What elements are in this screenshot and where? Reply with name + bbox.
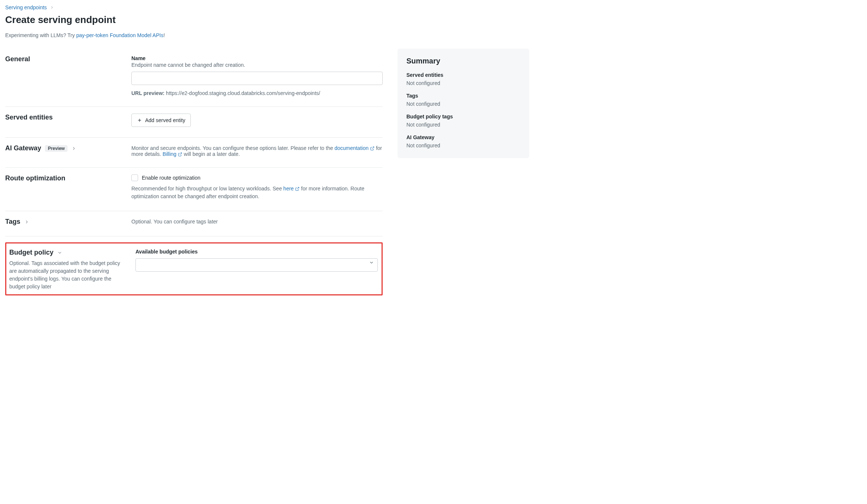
- external-link-icon: [295, 187, 300, 191]
- route-pre: Recommended for high throughput or low l…: [131, 186, 283, 192]
- budget-sub: Optional. Tags associated with the budge…: [9, 259, 127, 291]
- billing-link[interactable]: Billing: [163, 151, 182, 157]
- summary-item-value: Not configured: [406, 122, 520, 128]
- page-title: Create serving endpoint: [5, 14, 529, 26]
- svg-line-3: [180, 153, 182, 155]
- endpoint-name-input[interactable]: [131, 72, 383, 85]
- enable-route-checkbox[interactable]: [131, 174, 138, 181]
- aig-pre: Monitor and secure endpoints. You can co…: [131, 145, 334, 151]
- chevron-right-icon: [24, 219, 29, 225]
- summary-item-title: Tags: [406, 93, 520, 99]
- name-hint: Endpoint name cannot be changed after cr…: [131, 62, 383, 68]
- summary-item: Tags Not configured: [406, 93, 520, 107]
- preview-badge: Preview: [45, 145, 68, 152]
- summary-item-value: Not configured: [406, 80, 520, 86]
- section-general: General Name Endpoint name cannot be cha…: [5, 49, 383, 107]
- ai-gateway-heading[interactable]: AI Gateway Preview: [5, 144, 122, 152]
- section-route-optimization: Route optimization Enable route optimiza…: [5, 168, 383, 211]
- budget-field-label: Available budget policies: [135, 249, 378, 255]
- tags-heading-text: Tags: [5, 218, 20, 226]
- route-heading: Route optimization: [5, 174, 122, 182]
- budget-heading-text: Budget policy: [9, 249, 53, 256]
- llm-hint: Experimenting with LLMs? Try pay-per-tok…: [5, 32, 529, 38]
- svg-line-4: [297, 187, 299, 190]
- summary-panel: Summary Served entities Not configured T…: [397, 49, 529, 158]
- aig-post: will begin at a later date.: [184, 151, 240, 157]
- summary-item-value: Not configured: [406, 143, 520, 148]
- llm-hint-prefix: Experimenting with LLMs? Try: [5, 32, 76, 38]
- url-preview-row: URL preview: https://e2-dogfood.staging.…: [131, 90, 383, 96]
- plus-icon: [137, 118, 142, 123]
- add-served-entity-label: Add served entity: [145, 117, 185, 123]
- summary-item-title: AI Gateway: [406, 134, 520, 140]
- general-heading: General: [5, 55, 122, 63]
- tags-heading[interactable]: Tags: [5, 218, 122, 226]
- served-entities-heading: Served entities: [5, 114, 122, 121]
- ai-gateway-desc: Monitor and secure endpoints. You can co…: [131, 145, 383, 157]
- chevron-right-icon: [50, 5, 54, 10]
- tags-desc: Optional. You can configure tags later: [131, 219, 383, 225]
- breadcrumb-parent[interactable]: Serving endpoints: [5, 4, 47, 10]
- breadcrumb: Serving endpoints: [5, 4, 529, 10]
- external-link-icon: [178, 152, 182, 157]
- svg-line-2: [372, 147, 374, 149]
- url-preview-value: https://e2-dogfood.staging.cloud.databri…: [166, 90, 320, 96]
- summary-item-title: Served entities: [406, 72, 520, 78]
- chevron-right-icon: [71, 146, 76, 151]
- external-link-icon: [370, 146, 374, 151]
- budget-policy-select[interactable]: [135, 258, 378, 272]
- name-label: Name: [131, 55, 383, 61]
- ai-gateway-heading-text: AI Gateway: [5, 144, 41, 152]
- budget-policy-highlight: Budget policy Optional. Tags associated …: [5, 242, 383, 295]
- url-preview-label: URL preview:: [131, 90, 164, 96]
- section-budget-policy: Budget policy Optional. Tags associated …: [9, 249, 378, 291]
- documentation-link[interactable]: documentation: [334, 145, 374, 151]
- route-desc: Recommended for high throughput or low l…: [131, 185, 383, 200]
- section-tags: Tags Optional. You can configure tags la…: [5, 211, 383, 236]
- summary-item-value: Not configured: [406, 101, 520, 107]
- enable-route-label: Enable route optimization: [142, 175, 200, 181]
- summary-heading: Summary: [406, 57, 520, 65]
- budget-heading[interactable]: Budget policy: [9, 249, 127, 256]
- summary-item-title: Budget policy tags: [406, 114, 520, 120]
- summary-item: AI Gateway Not configured: [406, 134, 520, 148]
- foundation-model-link[interactable]: pay-per-token Foundation Model APIs: [76, 32, 163, 38]
- section-served-entities: Served entities Add served entity: [5, 107, 383, 138]
- summary-item: Budget policy tags Not configured: [406, 114, 520, 128]
- chevron-down-icon: [57, 250, 62, 255]
- route-here-link[interactable]: here: [283, 186, 300, 192]
- add-served-entity-button[interactable]: Add served entity: [131, 114, 191, 127]
- section-ai-gateway: AI Gateway Preview Monitor and secure en…: [5, 138, 383, 168]
- summary-item: Served entities Not configured: [406, 72, 520, 86]
- llm-hint-suffix: !: [163, 32, 165, 38]
